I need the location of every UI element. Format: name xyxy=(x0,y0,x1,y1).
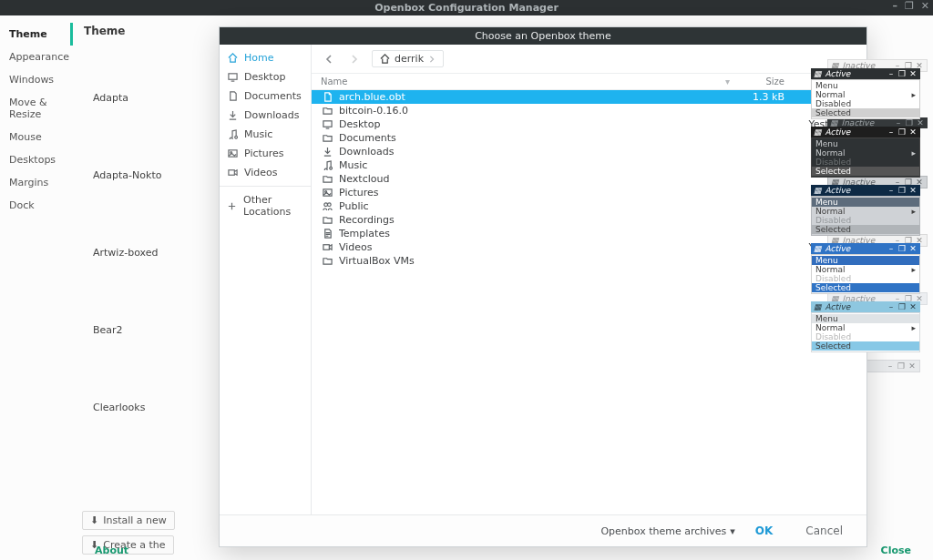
file-row[interactable]: MusicSat xyxy=(312,158,866,172)
file-name: Videos xyxy=(339,241,730,253)
home-icon xyxy=(227,53,238,63)
place-videos[interactable]: Videos xyxy=(220,163,311,182)
preview-active-title: ▦Active–❐✕ xyxy=(811,68,920,79)
template-icon xyxy=(321,229,333,239)
file-row[interactable]: bitcoin-0.16.022 Feb xyxy=(312,104,866,117)
file-row[interactable]: VideosYesterday xyxy=(312,240,866,254)
place-home[interactable]: Home xyxy=(220,48,311,67)
svg-point-8 xyxy=(327,203,331,207)
sidebar-item-windows[interactable]: Windows xyxy=(0,68,73,91)
music-icon xyxy=(321,160,333,170)
document-icon xyxy=(227,91,238,101)
theme-preview: ▦Inactive–❐✕▦Active–❐✕MenuNormal▸Disable… xyxy=(811,301,920,352)
file-row[interactable]: Pictures21:55 xyxy=(312,186,866,199)
place-label: Documents xyxy=(244,90,302,102)
place-desktop[interactable]: Desktop xyxy=(220,67,311,87)
place-music[interactable]: Music xyxy=(220,125,311,144)
nav-back-button[interactable] xyxy=(321,55,337,64)
music-icon xyxy=(227,129,238,139)
file-row[interactable]: arch.blue.obt1.3 kB14:53 xyxy=(312,90,866,104)
place-pictures[interactable]: Pictures xyxy=(220,144,311,163)
preview-menu: MenuNormal▸DisabledSelected xyxy=(811,196,920,236)
preview-active-title: ▦Active–❐✕ xyxy=(811,127,920,137)
pictures-icon xyxy=(227,148,238,158)
place-label: Music xyxy=(244,128,272,140)
install-theme-label: Install a new xyxy=(103,514,167,526)
file-name: Public xyxy=(339,200,730,212)
sidebar-item-dock[interactable]: Dock xyxy=(0,194,73,217)
col-size-label: Size xyxy=(730,76,784,87)
place-documents[interactable]: Documents xyxy=(220,87,311,106)
theme-preview: ▦Inactive–❐✕▦Active–❐✕MenuNormal▸Disable… xyxy=(811,185,920,236)
file-name: Downloads xyxy=(339,146,730,158)
svg-rect-0 xyxy=(228,74,236,79)
file-name: arch.blue.obt xyxy=(339,91,730,103)
svg-rect-4 xyxy=(323,121,331,127)
nav-forward-button[interactable] xyxy=(346,55,363,64)
plus-icon xyxy=(227,201,237,211)
preview-menu: MenuNormal▸DisabledSelected xyxy=(811,79,920,119)
category-sidebar: ThemeAppearanceWindowsMove & ResizeMouse… xyxy=(0,15,73,560)
place-label: Other Locations xyxy=(243,194,303,218)
sidebar-item-appearance[interactable]: Appearance xyxy=(0,46,73,68)
file-name: bitcoin-0.16.0 xyxy=(339,105,730,117)
preview-active-title: ▦Active–❐✕ xyxy=(811,301,920,312)
main-window-title: Openbox Configuration Manager xyxy=(374,2,559,14)
close-button[interactable]: Close xyxy=(881,545,911,556)
file-name: Pictures xyxy=(339,187,730,199)
file-row[interactable]: DesktopYesterday xyxy=(312,117,866,131)
theme-preview: ▦Inactive–❐✕▦Active–❐✕MenuNormal▸Disable… xyxy=(811,68,920,119)
videos-icon xyxy=(321,242,333,252)
file-row[interactable]: Downloads20:48 xyxy=(312,145,866,158)
theme-preview: ▦Inactive–❐✕▦Active–❐✕MenuNormal▸Disable… xyxy=(811,127,920,178)
desktop-icon xyxy=(321,119,333,129)
file-row[interactable]: Nextcloud21:30 xyxy=(312,172,866,186)
maximize-icon[interactable]: ❐ xyxy=(905,0,914,12)
file-list[interactable]: arch.blue.obt1.3 kB14:53bitcoin-0.16.022… xyxy=(312,90,866,514)
file-filter-label: Openbox theme archives xyxy=(600,525,726,537)
minimize-icon[interactable]: – xyxy=(892,0,897,12)
svg-rect-5 xyxy=(323,189,331,196)
file-row[interactable]: TemplatesSat xyxy=(312,227,866,240)
sidebar-item-mouse[interactable]: Mouse xyxy=(0,126,73,148)
file-row[interactable]: VirtualBox VMs21:51 xyxy=(312,254,866,268)
file-name: Documents xyxy=(339,132,730,144)
path-bar: derrik xyxy=(312,45,866,74)
preview-active-title: ▦Active–❐✕ xyxy=(811,185,920,196)
folder-icon xyxy=(321,215,333,225)
path-crumb-home[interactable]: derrik xyxy=(372,50,444,67)
file-filter-combo[interactable]: Openbox theme archives ▾ xyxy=(600,525,734,537)
place-downloads[interactable]: Downloads xyxy=(220,106,311,125)
place-label: Downloads xyxy=(244,109,299,121)
preview-menu: MenuNormal▸DisabledSelected xyxy=(811,254,920,294)
folder-icon xyxy=(321,174,333,184)
main-window-titlebar: Openbox Configuration Manager – ❐ ✕ xyxy=(0,0,933,15)
svg-rect-9 xyxy=(323,245,328,250)
videos-icon xyxy=(227,168,238,178)
place-other-locations[interactable]: Other Locations xyxy=(220,190,311,221)
preview-active-title: ▦Active–❐✕ xyxy=(811,243,920,254)
file-row[interactable]: Recordings20:07 xyxy=(312,213,866,227)
sidebar-item-desktops[interactable]: Desktops xyxy=(0,148,73,171)
sidebar-item-margins[interactable]: Margins xyxy=(0,171,73,194)
install-theme-button[interactable]: ⬇ Install a new xyxy=(82,511,175,530)
file-row[interactable]: PublicSat xyxy=(312,199,866,213)
ok-button[interactable]: OK xyxy=(743,521,786,541)
file-row[interactable]: DocumentsSat xyxy=(312,131,866,145)
close-icon[interactable]: ✕ xyxy=(921,0,929,12)
cancel-button[interactable]: Cancel xyxy=(793,521,856,541)
preview-menu: MenuNormal▸DisabledSelected xyxy=(811,312,920,352)
place-label: Pictures xyxy=(244,148,284,159)
folder-icon xyxy=(321,106,333,116)
file-chooser-dialog: Choose an Openbox theme HomeDesktopDocum… xyxy=(219,26,867,547)
svg-rect-1 xyxy=(228,150,236,157)
folder-icon xyxy=(321,256,333,266)
svg-rect-3 xyxy=(228,170,233,176)
dialog-title: Choose an Openbox theme xyxy=(475,30,611,42)
place-label: Desktop xyxy=(244,71,285,83)
sidebar-item-theme[interactable]: Theme xyxy=(0,23,73,46)
file-list-header[interactable]: Name ▾ Size Modified xyxy=(312,74,866,90)
sidebar-item-move-resize[interactable]: Move & Resize xyxy=(0,91,73,126)
chevron-right-icon xyxy=(428,56,436,63)
about-button[interactable]: About xyxy=(95,545,128,556)
